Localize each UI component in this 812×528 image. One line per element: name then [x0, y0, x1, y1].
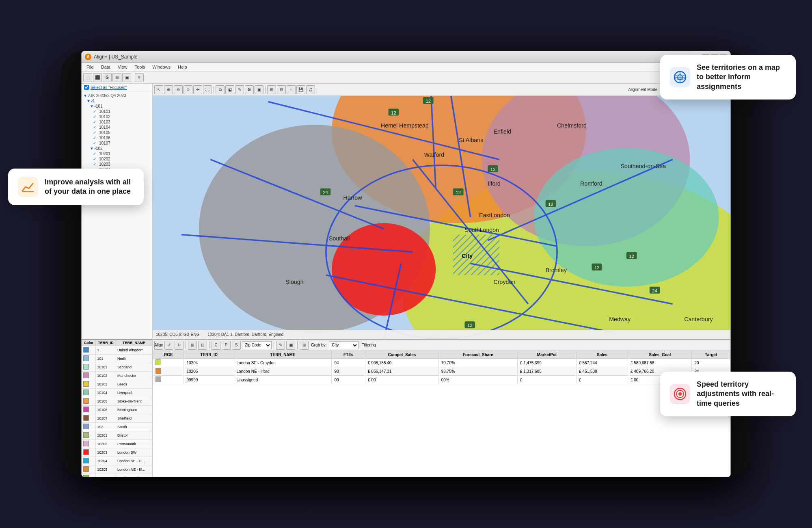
bottom-btn-5[interactable]: ✎ [276, 341, 285, 350]
svg-text:24: 24 [652, 288, 657, 293]
tree-item-10104[interactable]: ✓ 10104 [83, 125, 151, 130]
cell-forecast: 00% [438, 376, 517, 384]
toolbar-btn-1[interactable]: ⬜ [83, 73, 92, 82]
bottom-btn-6[interactable]: ▣ [286, 341, 295, 350]
map-tool-3[interactable]: ⊙ [184, 85, 192, 94]
left-table-row[interactable]: 102 South [82, 423, 152, 431]
cell-compsales: £ 00 [365, 376, 439, 384]
tree-item-10102[interactable]: ✓ 10102 [83, 114, 151, 119]
map-tool-arrow[interactable]: ↖ [154, 85, 163, 94]
table-row[interactable]: 10205 London NE - Ilford 98 £ 866,147.31… [153, 367, 730, 376]
bottom-btn-s[interactable]: S [232, 341, 241, 350]
align-btn[interactable]: Align [154, 341, 163, 350]
map-tool-10[interactable]: ⊞ [267, 85, 276, 94]
bottom-sep-3 [274, 342, 274, 349]
tree-item-10105[interactable]: ✓ 10105 [83, 130, 151, 135]
menu-view[interactable]: View [114, 64, 131, 70]
menu-file[interactable]: File [83, 64, 97, 70]
map-tool-8[interactable]: ✎ [235, 85, 244, 94]
map-tool-4[interactable]: ✛ [193, 85, 202, 94]
bottom-btn-p[interactable]: P [222, 341, 231, 350]
left-table-row[interactable]: 10106 Birmingham [82, 406, 152, 414]
map-tool-12[interactable]: ↔ [287, 85, 296, 94]
toolbar-btn-4[interactable]: ▣ [122, 73, 131, 82]
bottom-btn-3[interactable]: ↻ [175, 341, 184, 350]
bottom-btn-c[interactable]: C [212, 341, 220, 350]
bottom-btn-7[interactable]: ⊞ [300, 341, 309, 350]
grab-city-select[interactable]: City Post Code [329, 341, 358, 349]
map-tool-6[interactable]: ⧉ [216, 85, 225, 94]
left-table-row[interactable]: 101 North [82, 355, 152, 363]
cell-name: London NE - Ilford [234, 367, 332, 376]
tree-root[interactable]: ▼✓ UK 2023v2 Q4 2023 [83, 93, 151, 98]
left-table-row[interactable]: 10101 Scotland [82, 363, 152, 372]
tree-item-10101[interactable]: ✓ 10101 [83, 109, 151, 114]
map-sep-1 [214, 86, 214, 93]
left-table-row[interactable]: 10105 Stoke-on-Trent [82, 397, 152, 406]
tree-item-101[interactable]: ▼✓ 101 [83, 104, 151, 109]
left-cell-id: 10205 [96, 465, 116, 474]
callout-map-icon [670, 67, 690, 87]
bottom-btn-4[interactable]: ⊡ [198, 341, 207, 350]
menu-tools[interactable]: Tools [132, 64, 149, 70]
left-table-row[interactable]: 10206 London North - V… [82, 474, 152, 477]
col-target: Target [692, 351, 730, 359]
left-table-row[interactable]: 10203 London SW [82, 448, 152, 457]
svg-text:Southend-on-Sea: Southend-on-Sea [621, 163, 666, 169]
callout-chart-icon [18, 177, 38, 197]
tree-item-10202[interactable]: ✓ 10202 [83, 156, 151, 162]
cell-sales: £ 451,538 [577, 367, 628, 376]
left-cell-color [82, 457, 96, 465]
map-tool-zoom-in[interactable]: ⊕ [164, 85, 173, 94]
left-table-row[interactable]: 10103 Leeds [82, 380, 152, 389]
left-cell-id: 10106 [96, 406, 116, 414]
left-cell-color [82, 423, 96, 431]
select-focused-btn[interactable]: Select as "Focused" [91, 85, 127, 90]
map-tool-9[interactable]: ▣ [255, 85, 263, 94]
left-table-row[interactable]: 10205 London NE - Ilf… [82, 465, 152, 474]
left-table-row[interactable]: 10107 Sheffield [82, 414, 152, 423]
tree-item-10203[interactable]: ✓ 10203 [83, 162, 151, 167]
tree-item-10106[interactable]: ✓ 10106 [83, 135, 151, 141]
map-sep-2 [265, 86, 266, 93]
map-tool-g[interactable]: G [245, 85, 254, 94]
toolbar-btn-5[interactable]: ≡ [135, 73, 144, 82]
bottom-btn-2[interactable]: ↺ [164, 341, 173, 350]
toolbar-btn-3[interactable]: ⊞ [112, 73, 121, 82]
map-tool-print[interactable]: 🖨 [306, 85, 315, 94]
left-cell-color [82, 465, 96, 474]
tree-item-10103[interactable]: ✓ 10103 [83, 119, 151, 125]
left-table-row[interactable]: 10102 Manchester [82, 372, 152, 380]
map-tool-11[interactable]: ⊟ [277, 85, 286, 94]
col-terrname: TERR_NAME [234, 351, 332, 359]
menu-windows[interactable]: Windows [149, 64, 174, 70]
map-tool-7[interactable]: ⬕ [225, 85, 234, 94]
cell-compsales: £ 908,155.40 [365, 359, 439, 367]
callout-left-mid-text: Improve analysis with all of your data i… [45, 177, 134, 197]
toolbar-btn-2[interactable]: ⬛ [93, 73, 102, 82]
left-cell-color [82, 355, 96, 363]
cell-forecast: 70.70% [438, 359, 517, 367]
tree-item-10201[interactable]: ✓ 10201 [83, 151, 151, 156]
tree-item-10107[interactable]: ✓ 10107 [83, 141, 151, 146]
bottom-btn-table[interactable]: ⊞ [188, 341, 197, 350]
map-tool-zoom-out[interactable]: ⊖ [174, 85, 183, 94]
svg-text:12: 12 [548, 202, 553, 207]
table-row[interactable]: 10204 London SE - Croydon 94 £ 908,155.4… [153, 359, 730, 367]
menu-data[interactable]: Data [98, 64, 114, 70]
menu-help[interactable]: Help [175, 64, 190, 70]
left-table-row[interactable]: 10204 London SE - C… [82, 457, 152, 465]
map-tool-5[interactable]: ⛶ [203, 85, 212, 94]
zip-code-select[interactable]: Zip Code Post Code [242, 341, 272, 349]
tree-item-1[interactable]: ▼✓ 1 [83, 98, 151, 104]
left-table-row[interactable]: 10201 Bristol [82, 431, 152, 440]
map-tool-save[interactable]: 💾 [296, 85, 305, 94]
table-row[interactable]: 99999 Unassigned 00 £ 00 00% £ £ £ 00 0 [153, 376, 730, 384]
left-table-row[interactable]: 10202 Portsmouth [82, 440, 152, 448]
left-table-row[interactable]: 1 United Kingdom [82, 346, 152, 355]
toolbar-btn-g[interactable]: G [103, 73, 112, 82]
select-all-checkbox[interactable] [84, 85, 89, 90]
left-table-row[interactable]: 10104 Liverpool [82, 389, 152, 397]
tree-item-102[interactable]: ▼✓ 102 [83, 146, 151, 151]
svg-text:Medway: Medway [609, 316, 631, 322]
